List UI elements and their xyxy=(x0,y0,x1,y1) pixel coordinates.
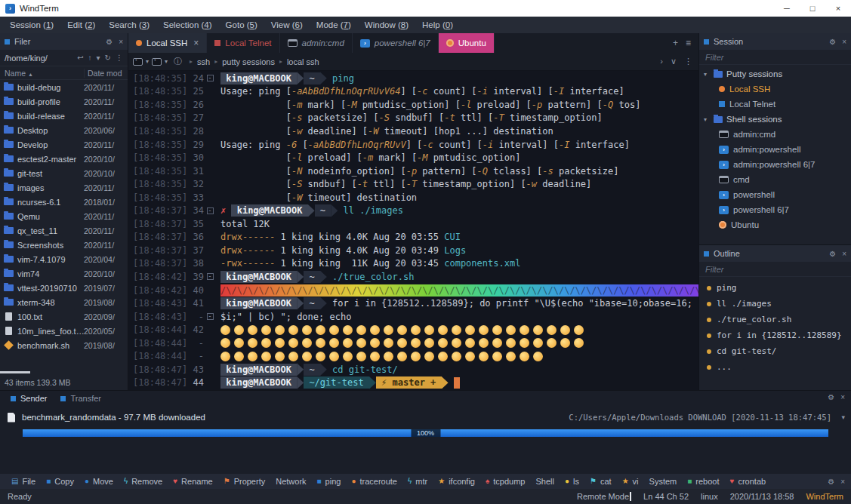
session-filter-input[interactable]: Filter xyxy=(699,50,851,65)
file-row[interactable]: esctest2-master2020/10/ xyxy=(0,152,128,166)
outline-item[interactable]: ... xyxy=(699,359,851,375)
fold-marker-icon[interactable]: - xyxy=(207,75,214,81)
more-icon[interactable]: ⋮ xyxy=(116,54,123,62)
new-terminal-icon[interactable] xyxy=(133,58,143,66)
session-group-putty-sessions[interactable]: ▾Putty sessions xyxy=(699,66,851,81)
menu-item-window[interactable]: Window (8) xyxy=(358,20,415,29)
dropdown-icon[interactable]: ▾ xyxy=(97,54,100,62)
duplicate-terminal-icon[interactable] xyxy=(152,58,162,66)
session-group-shell-sessions[interactable]: ▾Shell sessions xyxy=(699,112,851,127)
outline-item[interactable]: ll ./images xyxy=(699,296,851,312)
file-row[interactable]: images2020/11/ xyxy=(0,180,128,195)
close-button[interactable]: × xyxy=(825,0,851,17)
file-row[interactable]: Develop2020/11/ xyxy=(0,137,128,152)
breadcrumb-item[interactable]: local ssh xyxy=(287,57,319,66)
column-name[interactable]: Name▲ xyxy=(0,69,84,78)
status-app-name[interactable]: WindTerm xyxy=(806,492,843,501)
outline-item[interactable]: cd git-test/ xyxy=(699,343,851,359)
tab-admin-cmd[interactable]: admin:cmd xyxy=(280,33,353,53)
toolbar-reboot[interactable]: ■reboot xyxy=(682,477,724,486)
terminal-output[interactable]: [18:48:35]24- king@MACBOOK ~ ping[18:48:… xyxy=(128,71,698,390)
toolbar-system[interactable]: System xyxy=(644,477,683,486)
close-panel-icon[interactable]: × xyxy=(119,38,123,46)
info-icon[interactable]: ⓘ xyxy=(174,56,182,67)
fold-marker-icon[interactable]: - xyxy=(207,313,214,320)
session-item-powershell[interactable]: ›powershell xyxy=(699,187,851,202)
status-os[interactable]: linux xyxy=(701,492,718,501)
tab-ubuntu[interactable]: Ubuntu xyxy=(439,33,495,53)
file-row[interactable]: build-debug2020/11/ xyxy=(0,80,128,94)
status-cursor-position[interactable]: Ln 44 Ch 52 xyxy=(643,492,689,501)
outline-filter-input[interactable]: Filter xyxy=(699,262,851,277)
file-row[interactable]: build-release2020/11/ xyxy=(0,109,128,123)
toolbar-ifconfig[interactable]: ★ifconfig xyxy=(433,477,480,486)
horizontal-scrollbar[interactable] xyxy=(0,371,30,373)
back-icon[interactable]: ↩ xyxy=(77,54,83,62)
file-row[interactable]: Desktop2020/06/ xyxy=(0,123,128,137)
toolbar-file[interactable]: ▤File xyxy=(6,477,41,486)
session-item-admin-cmd[interactable]: admin:cmd xyxy=(699,127,851,142)
tab-list-icon[interactable]: ≡ xyxy=(686,38,691,48)
toolbar-ls[interactable]: ●ls xyxy=(560,477,584,486)
session-item-cmd[interactable]: cmd xyxy=(699,172,851,187)
toolbar-property[interactable]: ⚑Property xyxy=(218,477,271,486)
session-item-local-ssh[interactable]: Local SSH xyxy=(699,81,851,97)
fold-marker-icon[interactable]: - xyxy=(207,207,214,214)
menu-item-edit[interactable]: Edit (2) xyxy=(60,20,102,29)
file-row[interactable]: git-test2020/10/ xyxy=(0,166,128,180)
file-row[interactable]: 100.txt2020/09/ xyxy=(0,309,128,324)
gear-icon[interactable]: ⚙ xyxy=(106,38,113,46)
toolbar-ping[interactable]: ■ping xyxy=(312,477,347,486)
menu-item-session[interactable]: Session (1) xyxy=(3,20,60,29)
new-terminal-dropdown-icon[interactable]: ▾ xyxy=(146,58,149,65)
file-row[interactable]: vttest-201907102019/07/ xyxy=(0,281,128,295)
file-row[interactable]: benchmark.sh2019/08/ xyxy=(0,338,128,352)
menu-item-search[interactable]: Search (3) xyxy=(102,20,156,29)
outline-item[interactable]: ping xyxy=(699,280,851,296)
chevron-right-icon[interactable]: › xyxy=(660,57,663,66)
outline-item[interactable]: for i in {128512..128589} xyxy=(699,327,851,343)
transfer-dropdown-icon[interactable]: ▾ xyxy=(841,413,845,421)
file-row[interactable]: qx_test_112020/11/ xyxy=(0,223,128,238)
breadcrumb-item[interactable]: ssh xyxy=(197,57,210,66)
tab-close-icon[interactable]: × xyxy=(193,38,199,48)
toolbar-shell[interactable]: Shell xyxy=(531,477,560,486)
gear-icon[interactable]: ⚙ xyxy=(828,393,834,401)
file-row[interactable]: Screenshots2020/11/ xyxy=(0,238,128,252)
toolbar-crontab[interactable]: ♥crontab xyxy=(724,477,771,486)
gear-icon[interactable]: ⚙ xyxy=(828,478,834,486)
tab-local-ssh[interactable]: Local SSH× xyxy=(128,33,207,53)
status-mode[interactable]: Remote Mode xyxy=(577,492,631,501)
outline-item[interactable]: ./true_color.sh xyxy=(699,312,851,327)
file-row[interactable]: ncurses-6.12018/01/ xyxy=(0,195,128,209)
toolbar-remove[interactable]: ϟRemove xyxy=(119,477,168,486)
transfer-row[interactable]: benchmark_randomdata - 97.7 MB downloade… xyxy=(8,411,831,423)
session-item-ubuntu[interactable]: Ubuntu xyxy=(699,217,851,232)
session-item-admin-powershell-6-7[interactable]: ›admin:powershell 6|7 xyxy=(699,157,851,172)
toolbar-tcpdump[interactable]: ♠tcpdump xyxy=(480,477,531,486)
tab-sender[interactable]: Sender xyxy=(5,391,53,406)
menu-item-goto[interactable]: Goto (5) xyxy=(219,20,264,29)
current-path[interactable]: /home/king/ xyxy=(5,54,48,63)
close-panel-icon[interactable]: × xyxy=(842,250,846,258)
close-panel-icon[interactable]: × xyxy=(840,478,845,486)
menu-item-selection[interactable]: Selection (4) xyxy=(156,20,219,29)
toolbar-network[interactable]: Network xyxy=(270,477,311,486)
tab-local-telnet[interactable]: Local Telnet xyxy=(207,33,279,53)
status-datetime[interactable]: 2020/11/13 18:58 xyxy=(730,492,794,501)
gear-icon[interactable]: ⚙ xyxy=(829,250,836,258)
breadcrumb-item[interactable]: putty sessions xyxy=(222,57,275,66)
session-item-powershell-6-7[interactable]: ›powershell 6|7 xyxy=(699,202,851,217)
minimize-button[interactable]: ─ xyxy=(774,0,800,17)
session-item-admin-powershell[interactable]: ›admin:powershell xyxy=(699,142,851,157)
chevron-down-icon[interactable]: ∨ xyxy=(671,57,677,66)
session-item-local-telnet[interactable]: Local Telnet xyxy=(699,97,851,112)
file-row[interactable]: Qemu2020/11/ xyxy=(0,209,128,223)
duplicate-terminal-dropdown-icon[interactable]: ▾ xyxy=(165,58,168,65)
file-row[interactable]: xterm-3482019/08/ xyxy=(0,295,128,309)
file-row[interactable]: build-profile2020/11/ xyxy=(0,94,128,109)
menu-item-help[interactable]: Help (0) xyxy=(415,20,460,29)
gear-icon[interactable]: ⚙ xyxy=(829,38,836,46)
close-panel-icon[interactable]: × xyxy=(840,393,845,401)
toolbar-move[interactable]: ●Move xyxy=(79,477,119,486)
